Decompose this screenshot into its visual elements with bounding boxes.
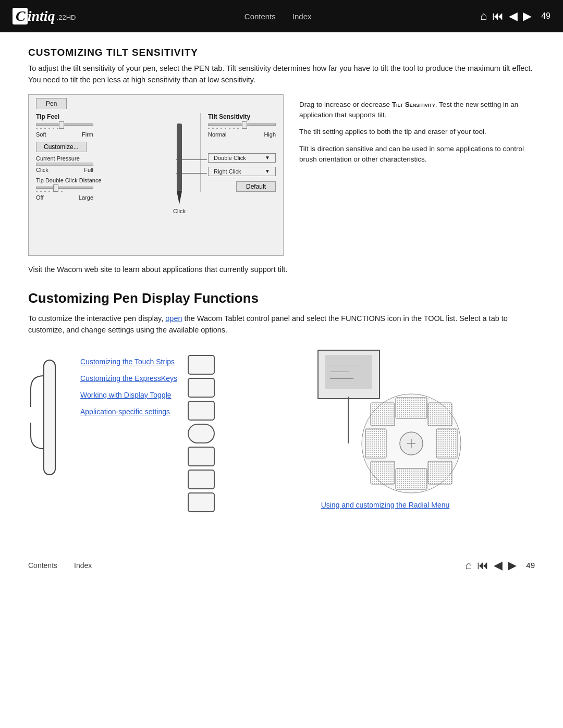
radial-menu [359,391,463,496]
dot4 [48,128,50,129]
tip-feel-section: Tip Feel [36,113,158,205]
tilt-thumb[interactable] [242,121,247,129]
page-header: Cintiq.22HD Contents Index ⌂ ⏮ ◀ ▶ 49 [0,0,563,32]
screen-line-1 [330,365,358,365]
footer-first-icon[interactable]: ⏮ [477,559,488,572]
dcdot1 [36,191,38,192]
open-link[interactable]: open [165,314,182,323]
dot5 [53,128,54,129]
functions-area: Customizing the Touch Strips Customizing… [28,350,535,512]
tilt-track[interactable] [208,124,276,126]
right-click-dropdown[interactable]: Right Click ▼ [208,167,276,176]
tilt-slider-container: Normal High [208,124,276,138]
tip-dc-thumb[interactable] [53,184,58,192]
tilt-section-heading: Customizing Tilt Sensitivity [28,47,535,58]
pen-illustration [172,124,187,207]
pressure-full: Full [84,167,93,173]
screen-line-2 [330,372,349,372]
tip-feel-firm: Firm [82,131,93,138]
header-icons: ⌂ ⏮ ◀ ▶ 49 [480,9,550,23]
page-footer: Contents Index ⌂ ⏮ ◀ ▶ 49 [0,549,563,582]
double-click-dropdown[interactable]: Double Click ▼ [208,153,276,163]
svg-rect-4 [396,398,427,418]
svg-rect-2 [44,360,55,475]
express-btn-2 [188,378,215,398]
expresskeys-buttons [188,350,215,512]
tip-feel-label: Tip Feel [36,113,158,120]
customize-button[interactable]: Customize... [36,142,87,152]
footer-prev-icon[interactable]: ◀ [494,559,503,572]
first-page-icon[interactable]: ⏮ [492,9,504,23]
tip-dc-off: Off [36,194,43,201]
tilt-note-2: The tilt setting applies to both the tip… [299,127,535,137]
tip-double-click-label: Tip Double Click Distance [36,177,158,183]
home-icon[interactable]: ⌂ [480,9,487,23]
radial-menu-svg [359,391,463,496]
tip-feel-thumb[interactable] [59,121,64,129]
footer-index-link[interactable]: Index [74,561,92,570]
links-list: Customizing the Touch Strips Customizing… [80,350,177,416]
device-svg [28,355,70,480]
expresskeys-link[interactable]: Customizing the ExpressKeys [80,374,177,382]
pressure-click: Click [36,167,48,173]
logo-c: C [13,8,28,24]
panel-main-row: Tip Feel [36,113,276,214]
express-btn-5 [188,470,215,489]
right-click-group: Right Click ▼ [208,167,276,176]
tip-feel-soft: Soft [36,131,46,138]
svg-marker-1 [177,191,182,204]
footer-home-icon[interactable]: ⌂ [465,559,472,572]
footer-next-icon[interactable]: ▶ [508,559,517,572]
footer-contents-link[interactable]: Contents [28,561,57,570]
express-btn-3 [188,401,215,421]
header-index-link[interactable]: Index [292,12,312,21]
svg-rect-7 [436,429,457,458]
tip-double-click-slider: Off Large [36,187,158,201]
device-sketch [28,350,70,482]
touch-strips-link[interactable]: Customizing the Touch Strips [80,357,177,366]
pen-tab-label: Pen [36,98,67,109]
header-page-number: 49 [541,11,550,21]
prev-page-icon[interactable]: ◀ [509,9,518,23]
tilt-note-3: Tilt is direction sensitive and can be u… [299,144,535,165]
desc-part1: To customize the interactive pen display… [28,314,163,323]
main-content: Customizing Tilt Sensitivity To adjust t… [0,32,563,549]
svg-rect-8 [371,403,395,426]
dcdot3 [44,191,46,192]
svg-rect-10 [371,461,395,484]
svg-rect-9 [428,403,452,426]
footer-nav: Contents Index [28,561,92,570]
express-btn-6 [188,492,215,512]
default-button[interactable]: Default [236,181,276,192]
app-specific-link[interactable]: Application-specific settings [80,408,177,416]
radial-menu-link[interactable]: Using and customizing the Radial Menu [321,501,450,509]
radial-screen-inner [325,355,372,389]
dot1 [36,128,38,129]
dot2 [40,128,42,129]
line-connector-2 [176,173,207,174]
tilt-notes: Drag to increase or decrease Tilt Sensit… [299,94,535,171]
visit-text: Visit the Wacom web site to learn about … [28,265,535,274]
pressure-bar [36,163,93,166]
pen-click-label: Click [173,208,186,214]
header-nav: Contents Index [244,12,312,21]
svg-rect-11 [428,461,452,484]
current-pressure-label: Current Pressure [36,155,158,162]
tip-feel-track[interactable] [36,124,93,126]
pen-panel-container: Pen Tip Feel [28,94,535,256]
pen-display-heading: Customizing Pen Display Functions [28,290,535,306]
header-contents-link[interactable]: Contents [244,12,276,21]
express-btn-1 [188,355,215,375]
double-click-arrow: ▼ [265,155,270,161]
tip-feel-dots [36,128,158,129]
dcdot2 [40,191,42,192]
display-toggle-link[interactable]: Working with Display Toggle [80,391,177,399]
right-click-arrow: ▼ [265,168,270,174]
functions-right: Using and customizing the Radial Menu [236,350,535,512]
svg-rect-0 [177,124,182,191]
dot3 [44,128,46,129]
tip-dc-track[interactable] [36,187,93,189]
radial-container [307,350,463,496]
next-page-icon[interactable]: ▶ [523,9,532,23]
right-click-label: Right Click [214,168,241,175]
